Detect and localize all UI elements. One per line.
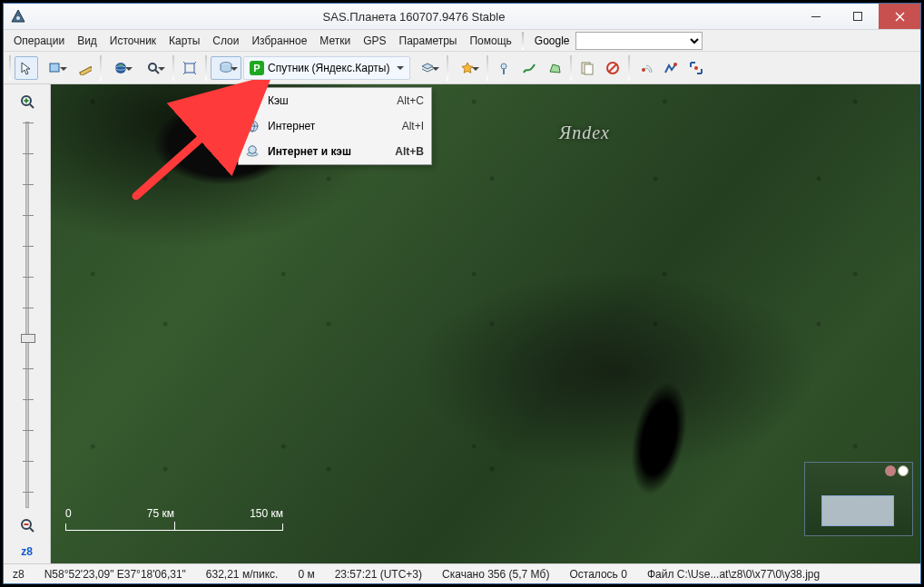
separator (522, 32, 524, 50)
menu-view[interactable]: Вид (71, 32, 103, 50)
svg-line-19 (609, 64, 616, 72)
favorites-button[interactable] (452, 56, 483, 80)
status-mpp: 632,21 м/пикс. (202, 568, 282, 581)
pin-button[interactable] (492, 56, 516, 80)
svg-line-24 (30, 104, 34, 108)
gps-connect-button[interactable] (634, 56, 657, 80)
zoom-out-icon[interactable] (19, 517, 35, 536)
svg-line-11 (155, 70, 159, 73)
overview-viewport-rect[interactable] (821, 495, 894, 526)
status-time: 23:57:21 (UTC+3) (331, 568, 426, 581)
globe-drive-icon (244, 143, 260, 160)
gps-track-button[interactable] (659, 56, 683, 80)
main-area: z8 Яndex 0 75 км 150 км (4, 84, 920, 563)
menu-source[interactable]: Источник (103, 32, 162, 50)
drive-icon (244, 93, 260, 109)
scale-bar: 0 75 км 150 км (65, 507, 283, 531)
fullscreen-button[interactable] (178, 56, 202, 80)
status-file: Файл C:\Use...at\z8\0\x77\0\y38.jpg (644, 568, 823, 581)
pointer-tool[interactable] (15, 56, 38, 80)
svg-point-33 (249, 146, 256, 153)
menu-layers[interactable]: Слои (206, 32, 245, 50)
map-source-label: Спутник (Яндекс.Карты) (268, 62, 389, 74)
minimize-button[interactable] (795, 4, 837, 29)
status-remaining: Осталось 0 (565, 568, 630, 581)
cache-mode-button[interactable] (211, 56, 241, 80)
svg-rect-7 (80, 66, 92, 75)
menu-operations[interactable]: Операции (7, 32, 71, 50)
toolbar: P Спутник (Яндекс.Карты) (4, 52, 920, 84)
svg-rect-17 (585, 64, 593, 74)
overview-map[interactable] (804, 462, 913, 536)
search-tool[interactable] (138, 56, 169, 80)
zoom-handle[interactable] (21, 334, 35, 343)
status-coords: N58°52'23,09" E37°18'06,31" (41, 568, 190, 581)
provider-icon: P (250, 61, 264, 75)
menu-item-cache[interactable]: Кэш Alt+C (239, 88, 431, 113)
status-zoom: z8 (9, 568, 28, 581)
measure-tool[interactable] (73, 56, 96, 80)
svg-point-1 (16, 16, 20, 20)
status-elev: 0 м (294, 568, 318, 581)
scale-zero: 0 (65, 507, 72, 520)
path-button[interactable] (517, 56, 541, 80)
menu-params[interactable]: Параметры (393, 32, 464, 50)
selection-tool[interactable] (40, 56, 71, 80)
svg-rect-2 (811, 16, 821, 17)
svg-rect-6 (50, 64, 59, 72)
close-button[interactable] (879, 4, 920, 29)
app-icon (11, 9, 25, 24)
svg-marker-0 (12, 10, 25, 22)
menubar: Операции Вид Источник Карты Слои Избранн… (4, 30, 920, 52)
polygon-button[interactable] (543, 56, 566, 80)
svg-point-22 (694, 66, 698, 70)
titlebar: SAS.Планета 160707.9476 Stable (4, 4, 920, 30)
globe-icon (244, 118, 260, 134)
menu-marks[interactable]: Метки (313, 32, 357, 50)
window-title: SAS.Планета 160707.9476 Stable (33, 10, 795, 24)
svg-point-10 (149, 64, 156, 71)
svg-point-21 (673, 63, 677, 66)
zoom-in-icon[interactable] (19, 93, 35, 113)
zoom-slider[interactable] (20, 122, 34, 508)
maximize-button[interactable] (837, 4, 879, 29)
provider-watermark: Яndex (559, 122, 610, 143)
status-downloaded: Скачано 356 (5,7 Мб) (438, 568, 553, 581)
svg-rect-3 (854, 13, 862, 21)
main-window: SAS.Планета 160707.9476 Stable Операции … (3, 3, 921, 584)
layers-button[interactable] (412, 56, 443, 80)
search-input[interactable] (575, 32, 703, 50)
menu-gps[interactable]: GPS (357, 32, 392, 50)
menu-item-internet[interactable]: Интернет Alt+I (239, 113, 431, 139)
scale-mid: 75 км (147, 507, 174, 520)
map-source-selector[interactable]: P Спутник (Яндекс.Карты) (243, 56, 410, 80)
menu-favorites[interactable]: Избранное (245, 32, 313, 50)
search-provider-label[interactable]: Google (531, 33, 574, 49)
svg-point-20 (642, 68, 645, 72)
chevron-down-icon (397, 66, 404, 73)
menu-help[interactable]: Помощь (463, 32, 517, 50)
marks-manage-button[interactable] (575, 56, 599, 80)
menu-item-internet-cache[interactable]: Интернет и кэш Alt+B (239, 139, 431, 164)
goto-tool[interactable] (105, 56, 136, 80)
zoom-level-label: z8 (21, 545, 33, 558)
menu-maps[interactable]: Карты (162, 32, 206, 50)
map-viewport[interactable]: Яndex 0 75 км 150 км (51, 84, 920, 563)
scale-end: 150 км (250, 507, 283, 520)
cache-mode-menu: Кэш Alt+C Интернет Alt+I Интернет и кэш … (238, 87, 432, 165)
svg-point-14 (501, 64, 506, 69)
svg-line-28 (30, 528, 34, 532)
svg-rect-12 (185, 64, 194, 73)
zoom-panel: z8 (4, 84, 51, 563)
window-buttons (795, 4, 920, 29)
hide-marks-button[interactable] (601, 56, 624, 80)
gps-center-button[interactable] (684, 56, 708, 80)
statusbar: z8 N58°52'23,09" E37°18'06,31" 632,21 м/… (4, 563, 920, 583)
